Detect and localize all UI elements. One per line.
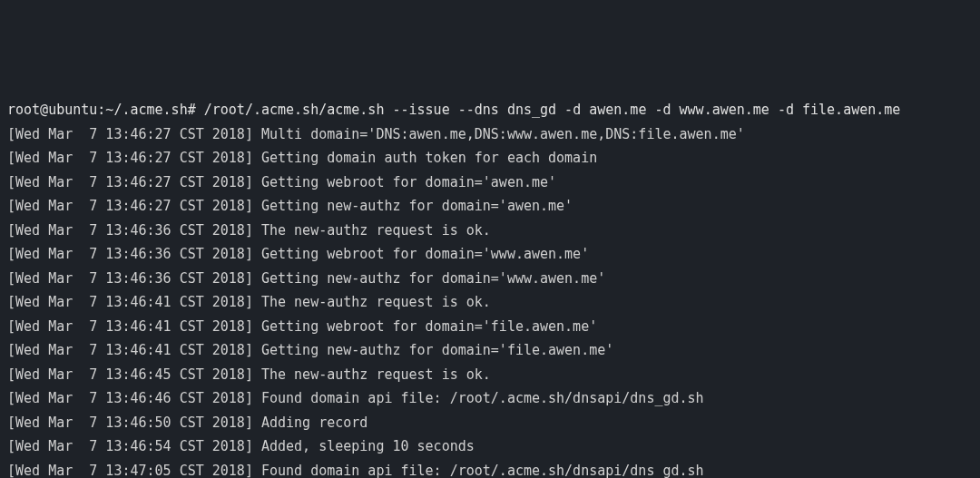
shell-prompt: root@ubuntu:~/.acme.sh#	[7, 102, 196, 118]
shell-command: /root/.acme.sh/acme.sh --issue --dns dns…	[204, 102, 901, 118]
log-lines: [Wed Mar 7 13:46:27 CST 2018] Multi doma…	[7, 122, 973, 479]
terminal-output[interactable]: root@ubuntu:~/.acme.sh# /root/.acme.sh/a…	[0, 96, 980, 478]
